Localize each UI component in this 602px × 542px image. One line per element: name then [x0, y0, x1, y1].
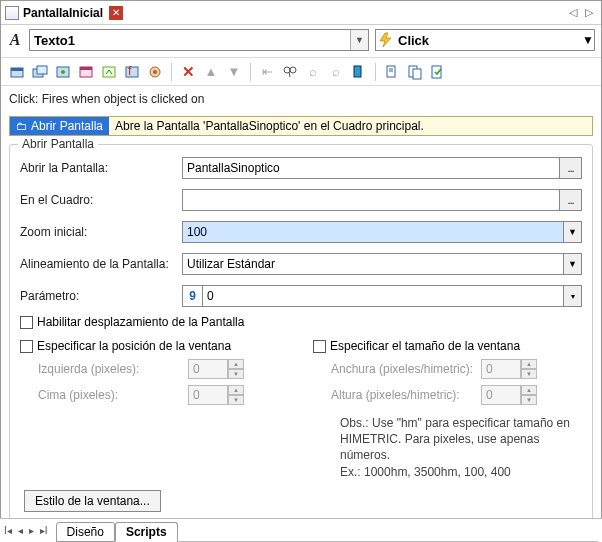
specify-size-checkbox[interactable]	[313, 340, 326, 353]
folder-icon: 🗀	[16, 120, 27, 132]
height-label: Altura (pixeles/himetric):	[331, 388, 481, 402]
align-dropdown-button[interactable]: ▼	[564, 253, 582, 275]
svg-marker-0	[380, 33, 391, 47]
tab-scripts[interactable]: Scripts	[115, 522, 178, 542]
object-dropdown-button[interactable]: ▼	[350, 30, 368, 50]
tab-design[interactable]: Diseño	[56, 522, 115, 542]
object-type-icon: A	[7, 31, 23, 49]
specify-position-label: Especificar la posición de la ventana	[37, 339, 231, 353]
left-spin-down: ▼	[228, 369, 244, 379]
specify-position-checkbox[interactable]	[20, 340, 33, 353]
top-spin-up: ▲	[228, 385, 244, 395]
specify-size-label: Especificar el tamaño de la ventana	[330, 339, 520, 353]
move-up-button: ▲	[201, 62, 221, 82]
svg-rect-23	[432, 66, 441, 78]
delete-button[interactable]: ✕	[178, 62, 198, 82]
enable-scroll-checkbox[interactable]	[20, 316, 33, 329]
svg-rect-22	[413, 69, 421, 79]
top-label: Cima (pixeles):	[38, 388, 188, 402]
zoom-dropdown-button[interactable]: ▼	[564, 221, 582, 243]
tb-btn-5[interactable]	[99, 62, 119, 82]
align-input[interactable]	[182, 253, 564, 275]
lightning-icon	[378, 32, 394, 48]
width-spin-down: ▼	[521, 369, 537, 379]
action-list-row[interactable]: 🗀 Abrir Pantalla Abre la Pantalla 'Panta…	[9, 116, 593, 136]
tab-nav-last[interactable]: ▸I	[40, 525, 48, 536]
svg-rect-9	[103, 67, 115, 77]
param-input[interactable]	[202, 285, 564, 307]
height-spin-down: ▼	[521, 395, 537, 405]
tb-btn-2[interactable]	[30, 62, 50, 82]
indent-left-button: ⇤	[257, 62, 277, 82]
svg-rect-2	[11, 68, 23, 71]
prev-tab-arrow[interactable]: ◁	[568, 6, 578, 19]
event-dropdown-button[interactable]: ▼	[582, 33, 594, 47]
height-spin-up: ▲	[521, 385, 537, 395]
find-button[interactable]	[280, 62, 300, 82]
svg-point-6	[61, 70, 65, 74]
svg-point-13	[153, 70, 157, 74]
action-name: Abrir Pantalla	[31, 119, 103, 133]
svg-rect-17	[354, 66, 361, 77]
align-label: Alineamiento de la Pantalla:	[20, 257, 182, 271]
replace-button: ⌕	[326, 62, 346, 82]
copy-button[interactable]	[382, 62, 402, 82]
window-style-button[interactable]: Estilo de la ventana...	[24, 490, 161, 512]
tb-btn-6[interactable]: f	[122, 62, 142, 82]
event-name-label: Click	[396, 33, 582, 48]
zoom-label: Zoom inicial:	[20, 225, 182, 239]
tb-btn-4[interactable]	[76, 62, 96, 82]
enable-scroll-label: Habilitar desplazamiento de la Pantalla	[37, 315, 244, 329]
tab-nav-next[interactable]: ▸	[29, 525, 34, 536]
tb-btn-3[interactable]	[53, 62, 73, 82]
tab-nav-prev[interactable]: ◂	[18, 525, 23, 536]
svg-rect-4	[37, 66, 47, 74]
tb-btn-1[interactable]	[7, 62, 27, 82]
height-input	[481, 385, 521, 405]
validate-button[interactable]	[428, 62, 448, 82]
top-input	[188, 385, 228, 405]
open-screen-input[interactable]	[182, 157, 560, 179]
left-label: Izquierda (pixeles):	[38, 362, 188, 376]
frame-browse-button[interactable]: ...	[560, 189, 582, 211]
event-selector[interactable]: Click ▼	[375, 29, 595, 51]
frame-input[interactable]	[182, 189, 560, 211]
window-title: PantallaInicial	[23, 6, 103, 20]
move-down-button: ▼	[224, 62, 244, 82]
next-tab-arrow[interactable]: ▷	[584, 6, 594, 19]
top-spin-down: ▼	[228, 395, 244, 405]
frame-label: En el Cuadro:	[20, 193, 182, 207]
bookmark-button[interactable]	[349, 62, 369, 82]
left-input	[188, 359, 228, 379]
left-spin-up: ▲	[228, 359, 244, 369]
object-selector[interactable]: ▼	[29, 29, 369, 51]
tb-btn-7[interactable]	[145, 62, 165, 82]
width-spin-up: ▲	[521, 359, 537, 369]
toolbar: f ✕ ▲ ▼ ⇤ ⌕ ⌕	[1, 58, 601, 86]
event-hint: Click: Fires when object is clicked on	[1, 86, 601, 112]
param-dropdown-button[interactable]: ▾	[564, 285, 582, 307]
paste-button[interactable]	[405, 62, 425, 82]
doc-icon	[5, 6, 19, 20]
param-label: Parámetro:	[20, 289, 182, 303]
group-title: Abrir Pantalla	[18, 137, 98, 151]
zoom-input[interactable]	[182, 221, 564, 243]
param-index: 9	[182, 285, 202, 307]
open-screen-label: Abrir la Pantalla:	[20, 161, 182, 175]
open-screen-browse-button[interactable]: ...	[560, 157, 582, 179]
object-name-input[interactable]	[30, 30, 350, 50]
svg-rect-8	[80, 67, 92, 70]
close-tab-button[interactable]: ✕	[109, 6, 123, 20]
width-label: Anchura (pixeles/himetric):	[331, 362, 481, 376]
width-input	[481, 359, 521, 379]
svg-line-16	[289, 72, 290, 77]
svg-point-15	[290, 67, 296, 73]
find-next-button: ⌕	[303, 62, 323, 82]
tab-nav-first[interactable]: I◂	[4, 525, 12, 536]
action-description: Abre la Pantalla 'PantallaSinoptico' en …	[109, 119, 430, 133]
observation-text: Obs.: Use "hm" para especificar tamaño e…	[340, 415, 590, 480]
